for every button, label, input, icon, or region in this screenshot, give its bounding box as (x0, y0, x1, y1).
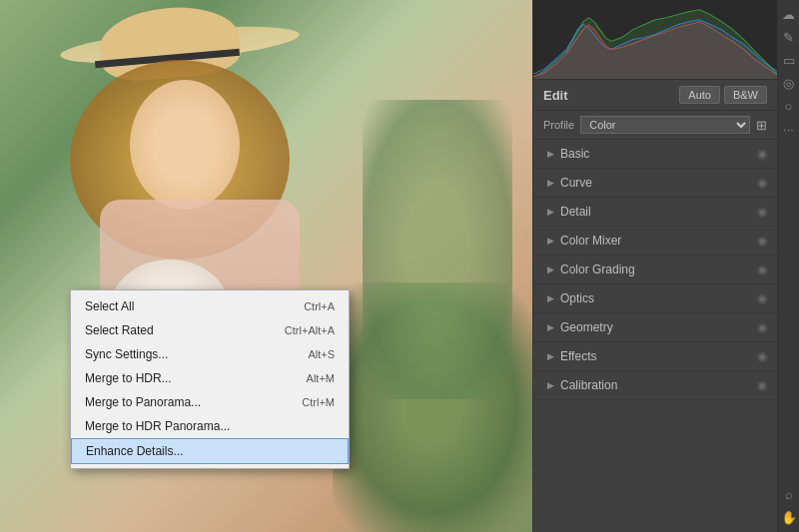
chevron-basic: ▶ (547, 149, 554, 159)
edit-header: Edit Auto B&W (533, 80, 777, 111)
right-panel: Edit Auto B&W Profile Color Adobe Color … (532, 0, 777, 532)
label-color-grading: Color Grading (560, 263, 635, 276)
eye-effects[interactable]: ◉ (757, 349, 767, 363)
label-calibration: Calibration (560, 378, 617, 392)
menu-label-merge-panorama: Merge to Panorama... (85, 395, 201, 409)
menu-label-select-rated: Select Rated (85, 323, 154, 337)
panel-section-optics[interactable]: ▶ Optics ◉ (533, 284, 777, 313)
bg-greenery-2 (363, 100, 512, 399)
panel-section-calibration[interactable]: ▶ Calibration ◉ (533, 371, 777, 400)
panel-sections: ▶ Basic ◉ ▶ Curve ◉ ▶ Detail ◉ ▶ Color M… (533, 140, 777, 532)
panel-section-detail-left: ▶ Detail (547, 205, 591, 219)
chevron-optics: ▶ (547, 293, 554, 303)
rect-icon[interactable]: ▭ (783, 54, 795, 67)
eye-curve[interactable]: ◉ (757, 176, 767, 190)
panel-section-geometry[interactable]: ▶ Geometry ◉ (533, 313, 777, 342)
menu-item-select-all[interactable]: Select All Ctrl+A (71, 294, 349, 318)
chevron-curve: ▶ (547, 178, 554, 188)
edit-title: Edit (543, 88, 568, 103)
context-menu: Select All Ctrl+A Select Rated Ctrl+Alt+… (70, 289, 350, 469)
chevron-effects: ▶ (547, 351, 554, 361)
chevron-detail: ▶ (547, 207, 554, 217)
menu-item-merge-hdr[interactable]: Merge to HDR... Alt+M (71, 366, 349, 390)
eye-color-grading[interactable]: ◉ (757, 263, 767, 276)
bw-button[interactable]: B&W (724, 86, 767, 104)
menu-label-select-all: Select All (85, 299, 134, 313)
auto-button[interactable]: Auto (679, 86, 720, 104)
panel-section-curve-left: ▶ Curve (547, 176, 592, 190)
profile-row: Profile Color Adobe Color Adobe Landscap… (533, 111, 777, 140)
menu-label-merge-hdr: Merge to HDR... (85, 371, 172, 385)
eye-geometry[interactable]: ◉ (757, 320, 767, 334)
histogram-chart (533, 0, 777, 79)
eye-optics[interactable]: ◉ (757, 291, 767, 305)
label-curve: Curve (560, 176, 592, 190)
grid-icon[interactable]: ⊞ (756, 118, 767, 133)
search-icon[interactable]: ⌕ (785, 488, 793, 501)
label-color-mixer: Color Mixer (560, 234, 621, 248)
right-toolbar: ☁ ✎ ▭ ◎ ○ ··· ⌕ ✋ (777, 0, 799, 532)
chevron-color-grading: ▶ (547, 265, 554, 274)
menu-shortcut-merge-hdr: Alt+M (307, 372, 335, 384)
menu-item-select-rated[interactable]: Select Rated Ctrl+Alt+A (71, 318, 349, 342)
menu-item-enhance-details[interactable]: Enhance Details... (71, 438, 349, 464)
panel-section-optics-left: ▶ Optics (547, 291, 594, 305)
eye-calibration[interactable]: ◉ (757, 378, 767, 392)
menu-shortcut-select-all: Ctrl+A (304, 300, 335, 312)
hand-icon[interactable]: ✋ (781, 511, 797, 524)
label-basic: Basic (560, 147, 589, 161)
circle-icon[interactable]: ○ (785, 100, 793, 113)
eye-color-mixer[interactable]: ◉ (757, 234, 767, 248)
label-geometry: Geometry (560, 320, 613, 334)
panel-section-effects[interactable]: ▶ Effects ◉ (533, 342, 777, 371)
panel-section-color-grading[interactable]: ▶ Color Grading ◉ (533, 256, 777, 284)
panel-section-geometry-left: ▶ Geometry (547, 320, 613, 334)
eye-basic[interactable]: ◉ (757, 147, 767, 161)
panel-section-basic[interactable]: ▶ Basic ◉ (533, 140, 777, 169)
label-effects: Effects (560, 349, 596, 363)
panel-section-basic-left: ▶ Basic (547, 147, 589, 161)
menu-label-sync-settings: Sync Settings... (85, 347, 168, 361)
menu-shortcut-sync-settings: Alt+S (308, 348, 335, 360)
dots-icon[interactable]: ··· (783, 123, 794, 136)
menu-item-merge-hdr-panorama[interactable]: Merge to HDR Panorama... (71, 414, 349, 438)
eye-detail[interactable]: ◉ (757, 205, 767, 219)
chevron-color-mixer: ▶ (547, 236, 554, 246)
main-photo-area: Select All Ctrl+A Select Rated Ctrl+Alt+… (0, 0, 532, 532)
panel-section-color-grading-left: ▶ Color Grading (547, 263, 635, 276)
chevron-calibration: ▶ (547, 380, 554, 390)
profile-select[interactable]: Color Adobe Color Adobe Landscape (580, 116, 750, 134)
menu-item-sync-settings[interactable]: Sync Settings... Alt+S (71, 342, 349, 366)
panel-section-calibration-left: ▶ Calibration (547, 378, 617, 392)
histogram-area (533, 0, 777, 80)
panel-section-color-mixer[interactable]: ▶ Color Mixer ◉ (533, 227, 777, 256)
menu-shortcut-select-rated: Ctrl+Alt+A (285, 324, 335, 336)
panel-section-effects-left: ▶ Effects (547, 349, 596, 363)
eye-tool-icon[interactable]: ◎ (783, 77, 794, 90)
panel-section-color-mixer-left: ▶ Color Mixer (547, 234, 621, 248)
menu-label-enhance-details: Enhance Details... (86, 444, 183, 458)
cloud-icon[interactable]: ☁ (782, 8, 795, 21)
panel-section-detail[interactable]: ▶ Detail ◉ (533, 198, 777, 227)
face (130, 80, 240, 210)
label-optics: Optics (560, 291, 594, 305)
menu-shortcut-merge-panorama: Ctrl+M (302, 396, 335, 408)
edit-buttons: Auto B&W (679, 86, 767, 104)
profile-label: Profile (543, 119, 574, 131)
panel-section-curve[interactable]: ▶ Curve ◉ (533, 169, 777, 198)
menu-label-merge-hdr-panorama: Merge to HDR Panorama... (85, 419, 230, 433)
menu-item-merge-panorama[interactable]: Merge to Panorama... Ctrl+M (71, 390, 349, 414)
pencil-icon[interactable]: ✎ (783, 31, 794, 44)
label-detail: Detail (560, 205, 591, 219)
chevron-geometry: ▶ (547, 322, 554, 332)
